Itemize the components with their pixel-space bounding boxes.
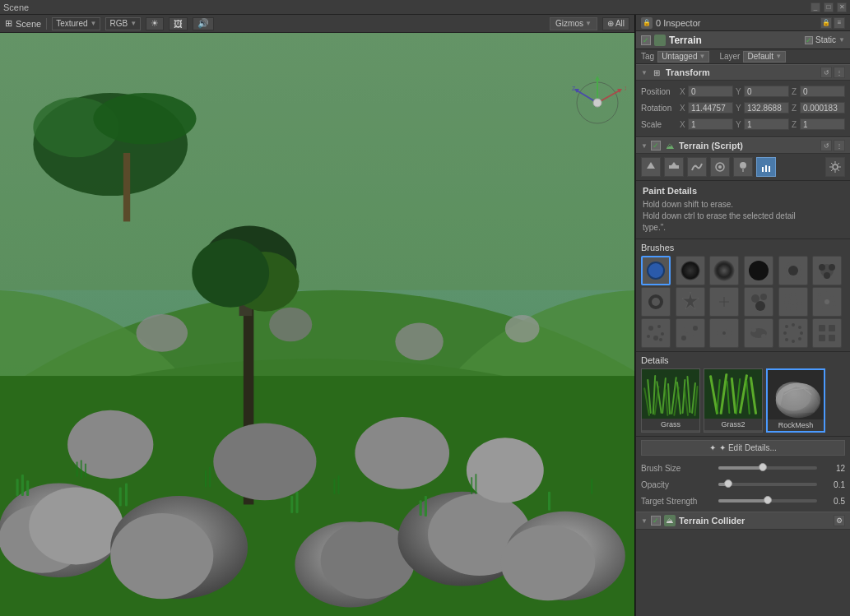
terrain-script-menu-btn[interactable]: ⋮ [834,140,845,151]
static-checkbox[interactable]: ✓ [805,36,813,44]
brush-0[interactable] [641,256,671,285]
brush-17[interactable] [812,318,842,348]
position-x-input[interactable] [688,86,733,97]
svg-point-108 [820,306,823,309]
color-mode-dropdown[interactable]: RGB ▼ [105,17,141,30]
svg-point-111 [648,326,653,331]
paint-texture-btn[interactable] [710,157,730,177]
scale-y-input[interactable] [744,118,789,130]
terrain-script-checkbox[interactable]: ✓ [651,141,661,151]
transform-menu-btn[interactable]: ⋮ [834,67,845,78]
static-dropdown-arrow[interactable]: ▼ [838,36,845,44]
scene-viewport[interactable]: Y X Z [0,33,634,616]
target-strength-thumb[interactable] [764,496,772,504]
detail-item-grass2[interactable]: Grass2 [704,368,763,433]
tree-btn[interactable] [733,157,753,177]
brush-12[interactable] [641,318,671,348]
scene-panel: ⊞ Scene Textured ▼ RGB ▼ ☀ 🖼 🔊 Gizmos ▼ [0,15,635,616]
smooth-btn[interactable] [687,157,707,177]
svg-point-30 [467,438,544,503]
position-z-input[interactable] [800,86,845,97]
lock-btn[interactable]: 🔒 [820,17,832,29]
terrain-tools-toolbar [636,154,850,181]
rotation-y-input[interactable] [744,102,789,113]
gizmos-arrow: ▼ [585,20,592,27]
layer-dropdown-arrow: ▼ [775,53,782,60]
object-active-checkbox[interactable]: ✓ [641,35,651,45]
position-y-input[interactable] [744,86,789,97]
collider-icon: ⛰ [664,515,676,526]
close-btn[interactable]: ✕ [837,2,847,12]
svg-point-74 [833,164,838,169]
rotation-x-input[interactable] [688,102,733,113]
target-strength-slider[interactable] [718,499,817,503]
transform-reset-btn[interactable]: ↺ [820,67,832,78]
brush-14[interactable] [709,318,739,348]
brush-10[interactable] [778,287,808,317]
paint-height-btn[interactable] [664,157,684,177]
edit-details-btn[interactable]: ✦ ✦ Edit Details... [641,440,845,456]
svg-rect-138 [829,325,835,331]
svg-point-118 [693,326,698,331]
maximize-btn[interactable]: □ [824,2,834,12]
pos-z-letter: Z [792,87,798,96]
raise-lower-btn[interactable] [641,157,661,177]
minimize-btn[interactable]: _ [811,2,820,12]
svg-point-94 [785,294,790,299]
scale-z-input[interactable] [800,118,845,130]
rotation-x-field: X [680,102,733,113]
brush-6[interactable] [641,287,671,317]
brush-15[interactable] [744,318,773,348]
brush-size-thumb[interactable] [759,463,767,471]
sun-btn[interactable]: ☀ [146,17,164,30]
brush-13[interactable] [676,318,705,348]
terrain-collider-header[interactable]: ▼ ✓ ⛰ Terrain Collider ⚙ [636,512,850,530]
view-mode-label: Textured [56,19,87,28]
svg-rect-137 [819,325,825,331]
terrain-script-icon: ⛰ [664,140,676,151]
terrain-script-section-header[interactable]: ▼ ✓ ⛰ Terrain (Script) ↺ ⋮ [636,137,850,154]
svg-point-29 [355,417,449,489]
opacity-thumb[interactable] [724,479,732,488]
brush-8[interactable] [709,287,739,317]
collider-settings-btn[interactable]: ⚙ [834,515,845,526]
detail-item-grass[interactable]: Grass [641,368,700,433]
grass-label: Grass [642,419,699,430]
svg-point-100 [786,306,791,311]
layer-dropdown[interactable]: Default ▼ [743,51,786,63]
scale-x-input[interactable] [688,118,733,130]
target-strength-label: Target Strength [641,497,715,506]
tag-dropdown[interactable]: Untagged ▼ [657,51,709,63]
audio-btn[interactable]: 🔊 [193,17,214,30]
all-btn[interactable]: ⊕ All [602,17,629,30]
rotation-z-input[interactable] [800,102,845,113]
menu-btn[interactable]: ≡ [834,17,845,29]
transform-buttons: ↺ ⋮ [820,67,845,78]
opacity-slider[interactable] [718,483,817,486]
brush-11[interactable] [812,287,842,317]
svg-rect-139 [819,335,825,341]
terrain-settings-btn[interactable] [825,157,845,177]
brush-7[interactable] [676,287,705,317]
transform-section-header[interactable]: ▼ ⊞ Transform ↺ ⋮ [636,64,850,81]
svg-rect-146 [671,377,677,415]
gizmos-btn[interactable]: Gizmos ▼ [550,17,597,30]
brush-size-slider[interactable] [718,466,817,470]
brush-3[interactable] [744,256,773,285]
brush-4[interactable] [778,256,808,285]
rot-y-letter: Y [736,104,742,113]
detail-item-rockmesh[interactable]: RockMesh [766,368,825,433]
brush-5[interactable] [812,256,842,285]
image-btn[interactable]: 🖼 [169,17,188,30]
brush-2[interactable] [709,256,739,285]
opacity-row: Opacity 0.1 [641,477,845,492]
rotation-label: Rotation [641,104,676,113]
brush-16[interactable] [778,318,808,348]
collider-checkbox[interactable]: ✓ [651,516,661,526]
detail-btn[interactable] [756,157,776,177]
terrain-script-reset-btn[interactable]: ↺ [820,140,832,151]
brush-1[interactable] [676,256,705,285]
view-mode-dropdown[interactable]: Textured ▼ [52,17,100,30]
brush-9[interactable] [744,287,773,317]
svg-text:Y: Y [597,74,601,76]
